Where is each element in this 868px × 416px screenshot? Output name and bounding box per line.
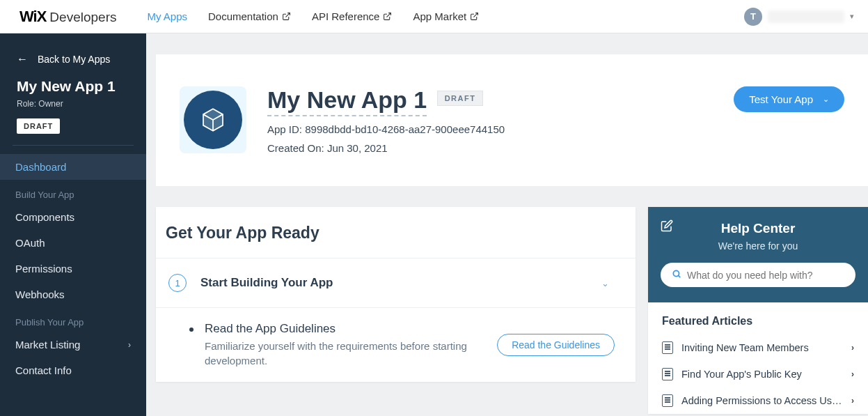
wix-developers-logo[interactable]: WiX Developers [19,8,116,26]
nav-api-reference-label: API Reference [312,10,380,22]
sidebar-item-contact-info[interactable]: Contact Info [0,357,146,383]
sidebar-item-permissions[interactable]: Permissions [0,256,146,282]
featured-articles-heading: Featured Articles [648,302,868,334]
help-search[interactable] [661,263,855,287]
avatar-initial: T [750,11,756,22]
article-row[interactable]: Adding Permissions to Access User ... › [648,387,868,414]
document-icon [662,341,673,354]
sidebar-item-label: OAuth [15,237,45,249]
nav-api-reference[interactable]: API Reference [312,10,393,22]
app-title[interactable]: My New App 1 [267,86,427,116]
nav-documentation-label: Documentation [208,10,278,22]
logo-dev-text: Developers [49,10,116,25]
edit-icon[interactable] [661,219,673,232]
avatar: T [744,8,762,26]
sidebar-section-publish: Publish Your App [0,307,146,332]
help-center-panel: Help Center We're here for you Featured … [648,207,868,414]
article-title: Inviting New Team Members [681,342,843,353]
test-your-app-button[interactable]: Test Your App ⌄ [734,86,844,112]
read-guidelines-label: Read the Guidelines [512,339,600,350]
sidebar-item-label: Permissions [15,263,72,275]
substep-title: Read the App Guidelines [205,322,486,336]
app-icon [180,86,246,153]
help-center-header: Help Center We're here for you [648,207,868,302]
svg-line-1 [387,13,391,17]
app-hero: My New App 1 DRAFT App ID: 8998dbdd-bd10… [156,54,868,186]
chevron-right-icon: › [851,343,854,353]
bullet-icon [189,328,194,332]
sidebar-item-label: Dashboard [15,161,66,173]
sidebar-item-webhooks[interactable]: Webhooks [0,282,146,307]
sidebar-item-oauth[interactable]: OAuth [0,230,146,256]
article-title: Find Your App's Public Key [681,369,843,380]
sidebar-item-market-listing[interactable]: Market Listing › [0,332,146,357]
sidebar-app-name: My New App 1 [17,78,129,95]
logo-wix-text: WiX [19,8,46,26]
read-guidelines-button[interactable]: Read the Guidelines [497,334,615,356]
sidebar-role: Role: Owner [17,99,129,109]
sidebar: ← Back to My Apps My New App 1 Role: Own… [0,33,146,416]
sidebar-item-components[interactable]: Components [0,204,146,230]
main-content: My New App 1 DRAFT App ID: 8998dbdd-bd10… [146,33,868,416]
external-link-icon [282,12,291,21]
hero-text: My New App 1 DRAFT App ID: 8998dbdd-bd10… [267,86,505,154]
nav-my-apps-label: My Apps [147,10,187,22]
article-title: Adding Permissions to Access User ... [681,395,843,406]
nav-app-market[interactable]: App Market [413,10,479,22]
ready-heading: Get Your App Ready [156,207,636,259]
sidebar-section-build: Build Your App [0,180,146,204]
cube-icon [198,105,228,134]
nav-links: My Apps Documentation API Reference App … [147,10,479,22]
document-icon [662,394,673,407]
step-number-badge: 1 [168,274,187,292]
article-row[interactable]: Find Your App's Public Key › [648,361,868,387]
chevron-right-icon: › [851,396,854,406]
help-search-input[interactable] [687,270,844,281]
top-nav: WiX Developers My Apps Documentation API… [0,0,868,33]
nav-my-apps[interactable]: My Apps [147,10,187,22]
app-id-line: App ID: 8998dbdd-bd10-4268-aa27-900eee74… [267,123,505,135]
get-app-ready-panel: Get Your App Ready 1 Start Building Your… [156,207,636,382]
svg-line-2 [474,13,478,17]
sidebar-item-label: Components [15,211,74,223]
sidebar-item-label: Webhooks [15,288,65,300]
svg-point-5 [673,270,679,276]
sidebar-divider [13,145,134,146]
help-title: Help Center [661,221,855,236]
help-subtitle: We're here for you [661,240,855,252]
sidebar-item-label: Contact Info [15,364,72,376]
sidebar-app-header: My New App 1 Role: Owner DRAFT [0,78,146,145]
chevron-right-icon: › [851,369,854,379]
chevron-right-icon: › [128,340,131,350]
article-row[interactable]: Inviting New Team Members › [648,334,868,361]
chevron-down-icon: ⌄ [823,95,829,104]
draft-badge: DRAFT [437,91,484,106]
chevron-down-icon: ⌄ [601,278,609,288]
back-label: Back to My Apps [38,54,110,65]
document-icon [662,368,673,380]
arrow-left-icon: ← [17,53,28,66]
svg-line-0 [285,13,290,17]
back-to-my-apps[interactable]: ← Back to My Apps [0,47,146,78]
sidebar-item-label: Market Listing [15,339,80,350]
nav-app-market-label: App Market [413,10,466,22]
chevron-down-icon: ▾ [850,12,854,21]
substep-read-guidelines: Read the App Guidelines Familiarize your… [156,308,636,382]
svg-line-6 [679,276,681,278]
search-icon [672,269,681,281]
external-link-icon [470,12,479,21]
step-start-building[interactable]: 1 Start Building Your App ⌄ [156,259,636,308]
created-on-line: Created On: Jun 30, 2021 [267,142,505,154]
test-btn-label: Test Your App [749,93,813,105]
user-name-blurred [768,10,844,23]
sidebar-item-dashboard[interactable]: Dashboard [0,154,146,180]
external-link-icon [383,12,392,21]
sidebar-draft-badge: DRAFT [17,118,60,134]
step-title: Start Building Your App [200,276,587,290]
user-menu[interactable]: T ▾ [744,8,854,26]
nav-documentation[interactable]: Documentation [208,10,291,22]
substep-desc: Familiarize yourself with the requiremen… [205,339,483,368]
